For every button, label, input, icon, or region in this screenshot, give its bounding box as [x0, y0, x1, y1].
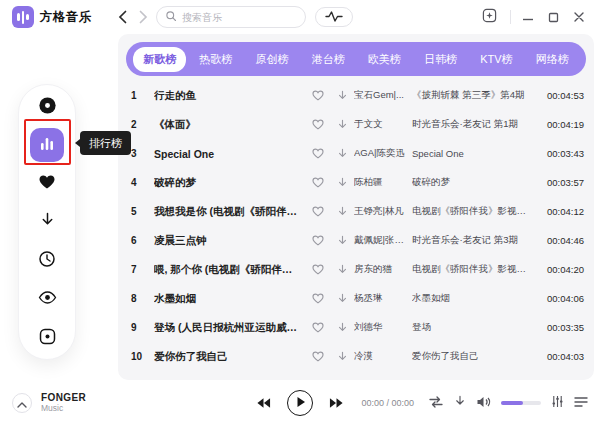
equalizer-button[interactable] [551, 395, 564, 411]
grid-icon [39, 328, 56, 348]
minimize-button[interactable] [519, 8, 537, 26]
heart-icon [38, 174, 56, 193]
play-mode-button[interactable] [428, 396, 444, 411]
like-button[interactable] [306, 119, 330, 130]
song-rank: 6 [128, 235, 154, 246]
chart-tab[interactable]: 日韩榜 [414, 47, 467, 72]
app-logo-icon [12, 6, 34, 28]
song-artist: 冷漠 [354, 350, 412, 363]
song-duration: 00:04:20 [538, 264, 584, 275]
song-row[interactable]: 5 我想我是你 (电视剧《骄阳伴我》... 王铮亮|林凡 电视剧《骄阳伴我》影视… [118, 197, 594, 226]
next-button[interactable] [329, 397, 344, 409]
like-button[interactable] [306, 293, 330, 304]
song-duration: 00:03:43 [538, 148, 584, 159]
song-row[interactable]: 8 水墨如烟 杨丞琳 水墨如烟 00:04:06 [118, 284, 594, 313]
download-icon [40, 212, 55, 232]
equalizer-icon [551, 395, 564, 411]
like-button[interactable] [306, 235, 330, 246]
back-button[interactable] [118, 10, 127, 24]
like-button[interactable] [306, 351, 330, 362]
song-title: 登场 (人民日报杭州亚运助威曲) [154, 321, 306, 335]
previous-button[interactable] [256, 397, 271, 409]
volume-slider[interactable] [501, 401, 541, 405]
like-button[interactable] [306, 148, 330, 159]
ranking-tooltip-label: 排行榜 [89, 136, 122, 151]
song-title: 我想我是你 (电视剧《骄阳伴我》... [154, 205, 306, 219]
song-row[interactable]: 3 Special One AGA|陈奕迅 Special One 00:03:… [118, 139, 594, 168]
playlist-icon [574, 396, 588, 411]
song-row[interactable]: 9 登场 (人民日报杭州亚运助威曲) 刘德华 登场 00:03:35 [118, 313, 594, 342]
song-row[interactable]: 4 破碎的梦 陈柏疆 破碎的梦 00:03:57 [118, 168, 594, 197]
like-button[interactable] [306, 322, 330, 333]
sidebar-item-ranking[interactable] [30, 128, 64, 162]
history-nav [118, 10, 148, 24]
download-button[interactable] [330, 148, 354, 160]
tab-bar: 新歌榜 热歌榜 原创榜 港台榜 欧美榜 日韩榜 KTV榜 网络榜 [126, 42, 586, 76]
song-row[interactable]: 10 爱你伤了我自己 冷漠 爱你伤了我自己 00:04:03 [118, 342, 594, 371]
play-button[interactable] [287, 390, 313, 416]
play-icon [296, 396, 306, 411]
song-row[interactable]: 7 喂, 那个你 (电视剧《骄阳伴我》... 房东的猫 电视剧《骄阳伴我》影视原… [118, 255, 594, 284]
like-button[interactable] [306, 264, 330, 275]
maximize-button[interactable] [545, 9, 562, 26]
player-expand-button[interactable] [12, 393, 32, 413]
disc-icon [37, 95, 58, 119]
search-input[interactable] [182, 12, 297, 23]
sidebar-item-music[interactable] [30, 90, 64, 124]
download-button[interactable] [330, 119, 354, 131]
theme-button[interactable] [479, 5, 500, 29]
audio-wave-button[interactable] [315, 7, 353, 27]
chart-tab[interactable]: 新歌榜 [133, 47, 186, 72]
download-button[interactable] [330, 293, 354, 305]
song-rank: 4 [128, 177, 154, 188]
theme-icon [482, 8, 497, 26]
ranking-tooltip: 排行榜 [80, 131, 131, 155]
chart-tab[interactable]: 热歌榜 [189, 47, 242, 72]
song-artist: 房东的猫 [354, 263, 412, 276]
like-button[interactable] [306, 206, 330, 217]
titlebar-divider [510, 10, 511, 24]
chart-tab[interactable]: KTV榜 [470, 47, 522, 72]
sidebar-item-recent[interactable] [30, 244, 64, 278]
download-button[interactable] [330, 235, 354, 247]
search-box[interactable] [156, 6, 306, 28]
chart-tab[interactable]: 原创榜 [246, 47, 299, 72]
sidebar-item-downloads[interactable] [30, 205, 64, 239]
sidebar-item-apps[interactable] [30, 321, 64, 355]
download-button[interactable] [330, 90, 354, 102]
download-song-button[interactable] [454, 395, 466, 411]
song-album: 电视剧《骄阳伴我》影视原声大碟 [412, 263, 538, 276]
song-row[interactable]: 1 行走的鱼 宝石Gem|... 《披荆斩棘 第三季》第4期 00:04:53 [118, 81, 594, 110]
sidebar [18, 84, 76, 360]
song-row[interactable]: 2 《体面》 于文文 时光音乐会·老友记 第1期 00:04:19 [118, 110, 594, 139]
song-row[interactable]: 6 凌晨三点钟 戴佩妮|张碧晨 时光音乐会·老友记 第3期 00:04:46 [118, 226, 594, 255]
song-album: 破碎的梦 [412, 176, 538, 189]
volume-icon [476, 396, 491, 411]
song-duration: 00:03:57 [538, 177, 584, 188]
chart-tab[interactable]: 欧美榜 [358, 47, 411, 72]
song-album: 爱你伤了我自己 [412, 350, 538, 363]
titlebar: 方格音乐 [0, 0, 600, 34]
sidebar-item-mv[interactable] [30, 282, 64, 316]
download-button[interactable] [330, 206, 354, 218]
song-rank: 3 [128, 148, 154, 159]
song-duration: 00:04:12 [538, 206, 584, 217]
sidebar-item-favorites[interactable] [30, 167, 64, 201]
forward-button[interactable] [139, 10, 148, 24]
transport-controls [256, 390, 344, 416]
like-button[interactable] [306, 177, 330, 188]
download-button[interactable] [330, 177, 354, 189]
volume-button[interactable] [476, 396, 491, 411]
song-rank: 2 [128, 119, 154, 130]
song-title: 破碎的梦 [154, 176, 306, 190]
main-content: 新歌榜 热歌榜 原创榜 港台榜 欧美榜 日韩榜 KTV榜 网络榜 1 行走的鱼 [118, 34, 594, 380]
chart-tab[interactable]: 港台榜 [302, 47, 355, 72]
song-artist: 刘德华 [354, 321, 412, 334]
download-button[interactable] [330, 322, 354, 334]
close-button[interactable] [570, 8, 588, 26]
playlist-button[interactable] [574, 396, 588, 411]
download-button[interactable] [330, 351, 354, 363]
like-button[interactable] [306, 90, 330, 101]
chart-tab[interactable]: 网络榜 [526, 47, 579, 72]
download-button[interactable] [330, 264, 354, 276]
